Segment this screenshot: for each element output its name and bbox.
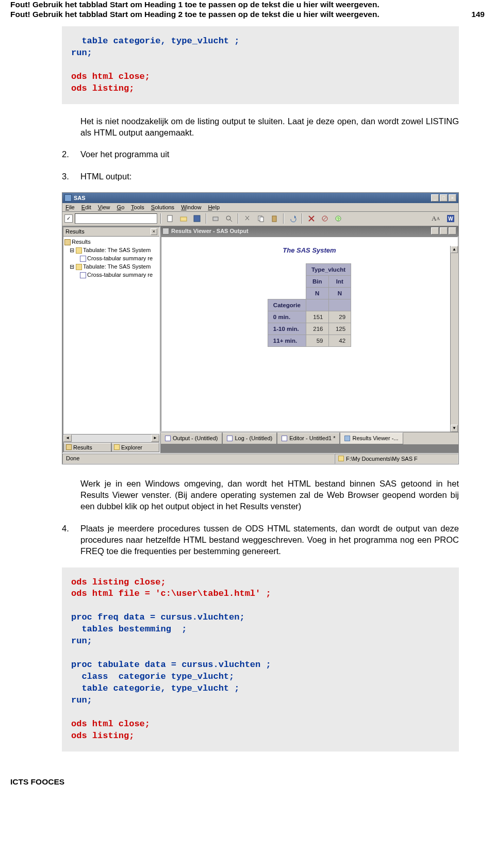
toolbar-break-icon[interactable] bbox=[319, 213, 331, 224]
log-tab-icon bbox=[227, 436, 233, 441]
toolbar-open-icon[interactable] bbox=[178, 213, 189, 224]
status-bar: Done F:\My Documents\My SAS F bbox=[62, 453, 458, 464]
toolbar-cut-icon[interactable] bbox=[242, 213, 253, 224]
editor-tab-icon bbox=[282, 436, 287, 441]
app-title: SAS bbox=[74, 195, 431, 201]
header-line-1: Fout! Gebruik het tabblad Start om Headi… bbox=[10, 0, 485, 10]
toolbar-copy-icon[interactable] bbox=[255, 213, 267, 224]
svg-text:W: W bbox=[448, 216, 453, 222]
footer-text: ICTS FOOCES bbox=[10, 777, 485, 787]
item-text-4: Plaats je meerdere procedures tussen de … bbox=[80, 523, 459, 557]
menu-file[interactable]: File bbox=[65, 204, 75, 210]
status-text: Done bbox=[62, 454, 335, 464]
menu-help[interactable]: Help bbox=[208, 204, 220, 210]
toolbar-help-icon[interactable]: ? bbox=[333, 213, 344, 224]
toolbar-preview-icon[interactable] bbox=[223, 213, 235, 224]
menu-view[interactable]: View bbox=[98, 204, 110, 210]
minimize-button[interactable]: _ bbox=[431, 194, 439, 202]
folder-icon bbox=[76, 264, 82, 270]
close-button[interactable]: × bbox=[449, 194, 456, 202]
header-line-2: Fout! Gebruik het tabblad Start om Headi… bbox=[10, 10, 380, 20]
results-viewer-title: Results Viewer - SAS Output bbox=[171, 228, 431, 234]
rv-tab-icon bbox=[344, 436, 350, 441]
results-pane-title: Results bbox=[65, 228, 85, 235]
sas-app-icon bbox=[64, 194, 72, 202]
inner-close-button[interactable]: × bbox=[449, 227, 456, 235]
svg-rect-0 bbox=[168, 215, 172, 222]
toolbar-paste-icon[interactable] bbox=[269, 213, 280, 224]
svg-rect-2 bbox=[194, 215, 200, 222]
toolbar-save-icon[interactable] bbox=[191, 213, 203, 224]
maximize-button[interactable]: □ bbox=[440, 194, 448, 202]
toolbar: ✓ ? AA W bbox=[62, 212, 458, 226]
item-number-2: 2. bbox=[62, 148, 80, 160]
document-icon bbox=[80, 272, 86, 278]
toolbar-print-icon[interactable] bbox=[210, 213, 221, 224]
app-titlebar: SAS _ □ × bbox=[62, 193, 458, 203]
results-tab-icon bbox=[66, 444, 72, 450]
scroll-up-icon[interactable]: ▲ bbox=[451, 246, 458, 253]
paragraph-3: Werk je in een Windows omgeving, dan wor… bbox=[80, 478, 459, 512]
item-text-3: HTML output: bbox=[80, 171, 459, 182]
code-block-2: ods listing close; ods html file = 'c:\u… bbox=[62, 567, 459, 752]
code-block-1: table categorie, type_vlucht ; run; ods … bbox=[62, 26, 459, 104]
page-number: 149 bbox=[471, 10, 485, 20]
output-table: Type_vlucht BinInt NN Categorie 0 min.15… bbox=[268, 263, 351, 347]
svg-rect-10 bbox=[272, 216, 276, 222]
menu-window[interactable]: Window bbox=[181, 204, 201, 210]
scroll-down-icon[interactable]: ▼ bbox=[451, 425, 458, 432]
results-pane-close-icon[interactable]: × bbox=[151, 228, 157, 235]
item-text-2: Voer het programma uit bbox=[80, 148, 459, 160]
svg-rect-9 bbox=[260, 217, 263, 222]
toolbar-new-icon[interactable] bbox=[164, 213, 176, 224]
folder-icon bbox=[76, 247, 82, 254]
output-title: The SAS System bbox=[161, 246, 457, 254]
toolbar-check-icon[interactable]: ✓ bbox=[64, 214, 73, 223]
results-tree[interactable]: Results ⊟ Tabulate: The SAS System Cross… bbox=[63, 237, 159, 434]
command-field[interactable] bbox=[75, 213, 157, 224]
menu-tools[interactable]: Tools bbox=[131, 204, 144, 210]
explorer-tab-icon bbox=[114, 444, 120, 450]
toolbar-clear-icon[interactable] bbox=[306, 213, 317, 224]
svg-point-4 bbox=[226, 216, 230, 220]
results-viewer-window: Results Viewer - SAS Output _ □ × The SA… bbox=[160, 226, 458, 432]
results-viewer-icon bbox=[162, 228, 169, 235]
results-root-icon bbox=[64, 239, 71, 245]
folder-icon bbox=[338, 456, 344, 461]
tab-log[interactable]: Log - (Untitled) bbox=[222, 432, 277, 444]
vertical-scrollbar[interactable]: ▲ ▼ bbox=[450, 246, 458, 432]
bottom-tabs: Output - (Untitled) Log - (Untitled) Edi… bbox=[160, 432, 458, 444]
results-viewer-body[interactable]: The SAS System Type_vlucht BinInt NN Cat… bbox=[160, 236, 458, 432]
toolbar-undo-icon[interactable] bbox=[287, 213, 299, 224]
tab-results[interactable]: Results bbox=[63, 443, 111, 452]
svg-rect-1 bbox=[180, 217, 187, 221]
tab-output[interactable]: Output - (Untitled) bbox=[160, 432, 222, 444]
output-tab-icon bbox=[165, 436, 171, 441]
scroll-left-icon[interactable]: ◄ bbox=[63, 435, 72, 442]
menu-bar: File Edit View Go Tools Solutions Window… bbox=[62, 203, 458, 212]
svg-text:?: ? bbox=[337, 216, 339, 222]
document-icon bbox=[80, 256, 86, 262]
menu-edit[interactable]: Edit bbox=[81, 204, 91, 210]
toolbar-font-size-icon[interactable]: AA bbox=[428, 213, 443, 224]
svg-rect-3 bbox=[213, 217, 218, 221]
svg-line-5 bbox=[230, 220, 232, 222]
status-path: F:\My Documents\My SAS F bbox=[335, 454, 458, 464]
menu-solutions[interactable]: Solutions bbox=[151, 204, 174, 210]
inner-minimize-button[interactable]: _ bbox=[431, 227, 439, 235]
results-pane: Results × Results ⊟ Tabulate: The SAS Sy… bbox=[62, 226, 160, 453]
item-number-3: 3. bbox=[62, 171, 80, 182]
svg-line-15 bbox=[323, 217, 326, 220]
paragraph-1: Het is niet noodzakelijk om de listing o… bbox=[80, 115, 459, 139]
scroll-right-icon[interactable]: ► bbox=[151, 435, 159, 442]
sas-screenshot: SAS _ □ × File Edit View Go Tools Soluti… bbox=[62, 192, 459, 464]
inner-maximize-button[interactable]: □ bbox=[440, 227, 448, 235]
item-number-4: 4. bbox=[62, 523, 80, 557]
menu-go[interactable]: Go bbox=[117, 204, 125, 210]
tab-editor[interactable]: Editor - Untitled1 * bbox=[277, 432, 340, 444]
tab-results-viewer[interactable]: Results Viewer -... bbox=[340, 432, 403, 444]
toolbar-word-icon[interactable]: W bbox=[445, 213, 456, 224]
tab-explorer[interactable]: Explorer bbox=[111, 443, 159, 452]
